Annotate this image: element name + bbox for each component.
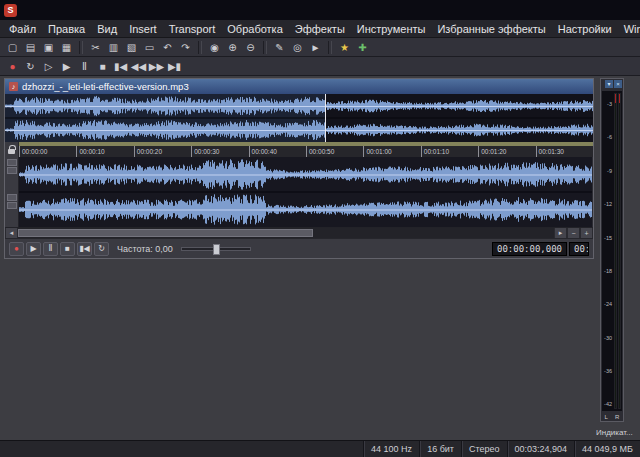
frequency-slider[interactable] <box>181 247 251 251</box>
favorites-button[interactable]: ★ <box>336 39 353 55</box>
workspace: ♪ dzhozzi_-_leti-leti-effective-version.… <box>0 76 640 440</box>
status-free-space: 44 049,9 МБ <box>574 441 640 457</box>
doc-stop-button[interactable]: ■ <box>60 242 75 256</box>
scroll-right-button[interactable]: ▸ <box>554 228 567 238</box>
menu-bar: ФайлПравкаВидInsertTransportОбработкаЭфф… <box>0 20 640 38</box>
meter-bars <box>613 91 622 411</box>
scroll-left-button[interactable]: ◂ <box>5 228 18 238</box>
lock-button[interactable] <box>5 142 19 157</box>
scrollbar-track[interactable] <box>18 228 554 238</box>
event-tool-button[interactable]: ► <box>307 39 324 55</box>
toolbar-separator <box>198 41 202 54</box>
channel-2-maximize-button[interactable] <box>7 202 17 209</box>
transport-go-to-end-button[interactable]: ▶▮ <box>166 58 183 74</box>
doc-go-to-start-button[interactable]: ▮◀ <box>77 242 92 256</box>
waveform-row <box>5 157 593 227</box>
menu-window[interactable]: Window <box>618 22 640 36</box>
edit-tool-button[interactable]: ✎ <box>271 39 288 55</box>
trim-button[interactable]: ▭ <box>141 39 158 55</box>
title-bar[interactable]: S <box>0 0 640 20</box>
meter-close-button[interactable]: × <box>614 80 622 88</box>
new-file-button[interactable]: ▢ <box>4 39 21 55</box>
transport-fast-forward-button[interactable]: ▶▶ <box>148 58 165 74</box>
ruler-tick: 00:00:00 <box>19 146 47 157</box>
menu-file[interactable]: Файл <box>3 22 42 36</box>
menu-view[interactable]: Вид <box>91 22 123 36</box>
zoom-out-button[interactable]: ⊖ <box>242 39 259 55</box>
doc-record-button[interactable]: ● <box>9 242 24 256</box>
transport-toolbar: ●↻▷▶Ⅱ■▮◀◀◀▶▶▶▮ <box>0 57 640 76</box>
transport-pause-button[interactable]: Ⅱ <box>76 58 93 74</box>
overview-waveform[interactable] <box>5 94 593 142</box>
time-display[interactable]: 00:00:00,000 <box>492 242 567 256</box>
channel-1-minimize-button[interactable] <box>7 159 17 166</box>
status-bit-depth[interactable]: 16 бит <box>419 441 461 457</box>
redo-button[interactable]: ↷ <box>177 39 194 55</box>
zoom-in-button[interactable]: ⊕ <box>224 39 241 55</box>
meter-scale-value: -9 <box>602 169 613 175</box>
paste-button[interactable]: ▧ <box>123 39 140 55</box>
doc-loop-playback-button[interactable]: ↻ <box>94 242 109 256</box>
transport-loop-playback-button[interactable]: ↻ <box>22 58 39 74</box>
status-sample-rate[interactable]: 44 100 Hz <box>363 441 419 457</box>
main-waveform[interactable] <box>19 157 592 227</box>
meter-left-label: L <box>605 414 608 420</box>
save-all-button[interactable]: ▦ <box>58 39 75 55</box>
transport-record-button[interactable]: ● <box>4 58 21 74</box>
copy-button[interactable]: ▥ <box>105 39 122 55</box>
channel-2-minimize-button[interactable] <box>7 194 17 201</box>
frequency-slider-thumb[interactable] <box>213 244 220 255</box>
channel-2-controls <box>5 192 18 227</box>
time-ruler[interactable]: 00:00:0000:00:1000:00:2000:00:3000:00:40… <box>19 142 593 157</box>
save-button[interactable]: ▣ <box>40 39 57 55</box>
document-title-bar[interactable]: ♪ dzhozzi_-_leti-leti-effective-version.… <box>5 79 593 94</box>
meter-scale-value: -30 <box>602 336 613 342</box>
transport-rewind-button[interactable]: ◀◀ <box>130 58 147 74</box>
zoom-in-horizontal-button[interactable]: + <box>580 228 593 238</box>
open-file-button[interactable]: ▤ <box>22 39 39 55</box>
scrollbar-thumb[interactable] <box>18 229 313 237</box>
horizontal-scrollbar: ◂▸−+ <box>5 227 593 238</box>
ruler-tick: 00:01:00 <box>363 146 391 157</box>
meter-scale-value: -15 <box>602 236 613 242</box>
toolbar-separator <box>263 41 267 54</box>
transport-go-to-start-button[interactable]: ▮◀ <box>112 58 129 74</box>
transport-stop-button[interactable]: ■ <box>94 58 111 74</box>
ruler-row: 00:00:0000:00:1000:00:2000:00:3000:00:40… <box>5 142 593 157</box>
status-channel-mode[interactable]: Стерео <box>461 441 507 457</box>
zoom-out-horizontal-button[interactable]: − <box>567 228 580 238</box>
transport-play-all-button[interactable]: ▷ <box>40 58 57 74</box>
zoom-selection-button[interactable]: ◉ <box>206 39 223 55</box>
toolbar-separator <box>79 41 83 54</box>
menu-effects[interactable]: Эффекты <box>289 22 351 36</box>
undo-button[interactable]: ↶ <box>159 39 176 55</box>
meter-menu-button[interactable]: ▾ <box>605 80 613 88</box>
ruler-tick: 00:01:10 <box>421 146 449 157</box>
menu-favorite-effects[interactable]: Избранные эффекты <box>431 22 551 36</box>
ruler-tick: 00:00:40 <box>249 146 277 157</box>
meter-right-label: R <box>615 414 619 420</box>
meter-channel-labels: L R <box>601 412 623 421</box>
doc-pause-button[interactable]: Ⅱ <box>43 242 58 256</box>
ruler-tick: 00:00:50 <box>306 146 334 157</box>
menu-transport[interactable]: Transport <box>163 22 222 36</box>
frequency-label: Частота: 0,00 <box>117 244 173 254</box>
menu-options[interactable]: Настройки <box>552 22 618 36</box>
transport-play-button[interactable]: ▶ <box>58 58 75 74</box>
menu-process[interactable]: Обработка <box>221 22 288 36</box>
channel-1-maximize-button[interactable] <box>7 167 17 174</box>
meter-panel[interactable]: ▾× -3-6-9-12-15-18-24-30-36-42 L R <box>600 78 624 422</box>
plugin-chain-button[interactable]: ✚ <box>354 39 371 55</box>
ruler-tick: 00:01:30 <box>536 146 564 157</box>
menu-tools[interactable]: Инструменты <box>351 22 432 36</box>
cut-button[interactable]: ✂ <box>87 39 104 55</box>
magnify-tool-button[interactable]: ◎ <box>289 39 306 55</box>
meter-panel-buttons: ▾× <box>601 79 623 90</box>
time-display-secondary[interactable]: 00: <box>569 242 589 256</box>
menu-edit[interactable]: Правка <box>42 22 91 36</box>
meter-db-scale: -3-6-9-12-15-18-24-30-36-42 <box>602 91 613 411</box>
channel-controls-column <box>5 157 19 227</box>
meter-scale-value: -12 <box>602 202 613 208</box>
doc-play-button[interactable]: ▶ <box>26 242 41 256</box>
menu-insert[interactable]: Insert <box>123 22 163 36</box>
